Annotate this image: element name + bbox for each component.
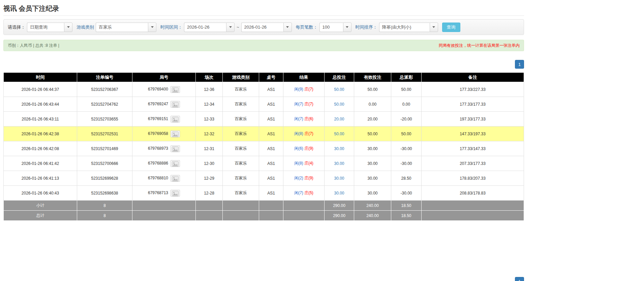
game-type-input[interactable] (96, 23, 148, 32)
query-type-combo (27, 23, 72, 32)
header-table: 桌号 (259, 73, 283, 82)
cell-session: 12-29 (196, 171, 223, 186)
date-from-dropdown-button[interactable] (226, 23, 235, 32)
round-number: 679769151 (148, 116, 168, 121)
total-bet-link[interactable]: 30.00 (334, 176, 344, 181)
game-type-dropdown-button[interactable] (148, 23, 156, 32)
cell-table: AS1 (259, 112, 283, 127)
total-bet-link[interactable]: 20.00 (334, 117, 344, 121)
video-snapshot-icon (172, 117, 179, 122)
total-row: 总计 8 290.00 240.00 18.50 (4, 211, 524, 221)
caret-down-icon (286, 26, 289, 28)
table-header: 时间 注单编号 局号 场次 游戏类别 桌号 结果 总投注 有效投注 总派彩 备注 (4, 73, 524, 82)
per-page-dropdown-button[interactable] (343, 23, 351, 32)
table-body: 2026-01-26 06:44:37523152706367679769400… (4, 82, 524, 201)
total-bet-link[interactable]: 30.00 (334, 161, 344, 166)
subtotal-label: 小计 (4, 201, 77, 211)
cell-bet-id: 523152699628 (77, 171, 132, 186)
cell-total-bet: 30.00 (325, 171, 354, 186)
round-video-button[interactable] (171, 175, 180, 182)
cell-game-type: 百家乐 (223, 82, 259, 97)
cell-note: 177.33/177.33 (422, 97, 524, 112)
total-bet-link[interactable]: 50.00 (334, 87, 344, 92)
round-video-button[interactable] (171, 131, 180, 137)
total-empty (283, 211, 325, 221)
page-1-button[interactable]: 1 (515, 60, 524, 69)
header-note: 备注 (422, 73, 524, 82)
caret-down-icon (346, 26, 348, 28)
query-type-input[interactable] (27, 23, 64, 32)
round-video-button[interactable] (171, 86, 180, 93)
per-page-input[interactable] (319, 23, 343, 32)
page-1-button[interactable]: 1 (515, 277, 524, 281)
total-bet-link[interactable]: 30.00 (334, 191, 344, 196)
cell-bet-id: 523152701469 (77, 141, 132, 156)
result-banker: 庄(5) (304, 190, 313, 195)
cell-session: 12-34 (196, 97, 223, 112)
cell-table: AS1 (259, 156, 283, 171)
table-row: 2026-01-26 06:40:43523152698638679768713… (4, 186, 524, 201)
page-title: 视讯 会员下注纪录 (3, 4, 524, 13)
query-type-dropdown-button[interactable] (64, 23, 72, 32)
table-footer: 小计 8 290.00 240.00 18.50 总计 8 2 (4, 201, 524, 221)
date-to-combo (241, 23, 292, 32)
total-empty (132, 211, 196, 221)
date-to-dropdown-button[interactable] (283, 23, 292, 32)
cell-result: 闲(8) 庄(7) (283, 127, 325, 141)
cell-table: AS1 (259, 171, 283, 186)
caret-down-icon (67, 26, 70, 28)
round-video-button[interactable] (171, 101, 180, 108)
round-video-button[interactable] (171, 145, 180, 152)
cell-total-bet: 30.00 (325, 156, 354, 171)
cell-valid-bet: 30.00 (354, 156, 391, 171)
cell-time: 2026-01-26 06:41:42 (4, 156, 77, 171)
time-sort-dropdown-button[interactable] (430, 23, 438, 32)
cell-time: 2026-01-26 06:42:38 (4, 127, 77, 141)
round-video-button[interactable] (171, 160, 180, 167)
video-snapshot-icon (172, 191, 179, 196)
table-header-row: 时间 注单编号 局号 场次 游戏类别 桌号 结果 总投注 有效投注 总派彩 备注 (4, 73, 524, 82)
cell-game-type: 百家乐 (223, 186, 259, 201)
result-banker: 庄(4) (304, 161, 313, 166)
cell-total-bet: 30.00 (325, 141, 354, 156)
total-bet-link[interactable]: 30.00 (334, 146, 344, 151)
header-time: 时间 (4, 73, 77, 82)
round-number: 679768886 (148, 161, 168, 166)
round-video-button[interactable] (171, 116, 180, 122)
total-bet-link[interactable]: 50.00 (334, 132, 344, 136)
subtotal-empty (132, 201, 196, 211)
video-snapshot-icon (172, 176, 179, 181)
caret-down-icon (151, 26, 154, 28)
cell-game-type: 百家乐 (223, 156, 259, 171)
cell-round: 679768973 (132, 141, 196, 156)
cell-note: 177.33/147.33 (422, 141, 524, 156)
result-player: 闲(8) (294, 131, 303, 136)
total-bet-link[interactable]: 50.00 (334, 102, 344, 107)
cell-round: 679768886 (132, 156, 196, 171)
time-sort-input[interactable] (379, 23, 430, 32)
cell-round: 679769058 (132, 127, 196, 141)
cell-result: 闲(7) 庄(7) (283, 97, 325, 112)
table-row: 2026-01-26 06:42:38523152702531679769058… (4, 127, 524, 141)
video-snapshot-icon (172, 161, 179, 167)
result-banker: 庄(7) (304, 131, 313, 136)
subtotal-count: 8 (77, 201, 132, 211)
cell-bet-id: 523152706367 (77, 82, 132, 97)
cell-round: 679769400 (132, 82, 196, 97)
cell-table: AS1 (259, 97, 283, 112)
table-row: 2026-01-26 06:41:42523152700666679768886… (4, 156, 524, 171)
query-type-label: 请选择： (8, 24, 25, 30)
cell-note: 178.83/207.33 (422, 171, 524, 186)
date-from-input[interactable] (184, 23, 226, 32)
round-video-button[interactable] (171, 190, 180, 197)
cell-valid-bet: 30.00 (354, 186, 391, 201)
game-type-combo (96, 23, 156, 32)
cell-table: AS1 (259, 141, 283, 156)
table-row: 2026-01-26 06:41:13523152699628679768810… (4, 171, 524, 186)
summary-currency-count: 币别：人民币 | 总共 :8 注单 | (8, 43, 59, 48)
date-to-input[interactable] (241, 23, 283, 32)
cell-payout: 0.00 (391, 97, 422, 112)
cell-bet-id: 523152703655 (77, 112, 132, 127)
search-button[interactable]: 查询 (442, 23, 460, 32)
result-banker: 庄(9) (304, 146, 313, 151)
